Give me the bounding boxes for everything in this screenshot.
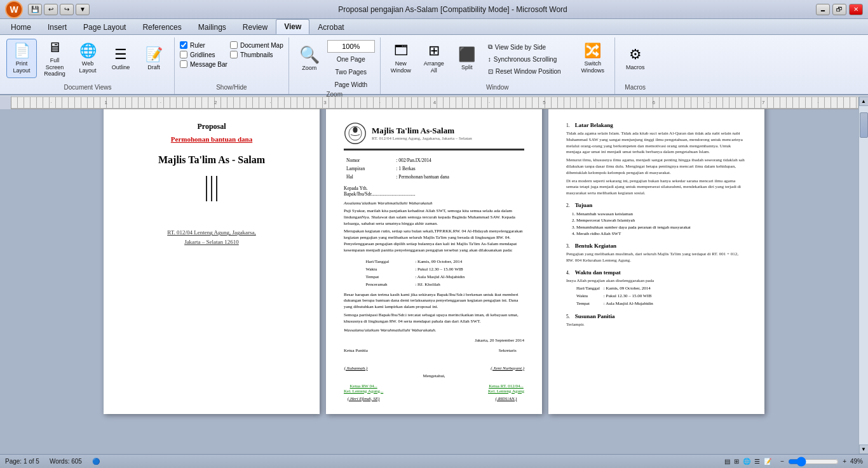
split-label: Split xyxy=(461,64,473,71)
page-width-label: Page Width xyxy=(334,81,367,88)
ruler-checkbox[interactable] xyxy=(180,41,187,49)
zoom-slider[interactable] xyxy=(788,457,839,467)
switch-windows-icon: 🔀 xyxy=(584,43,601,59)
close-btn[interactable]: ✕ xyxy=(849,4,863,15)
gridlines-check[interactable]: Gridlines xyxy=(180,51,227,58)
full-screen-reading-button[interactable]: 🖥 Full ScreenReading xyxy=(39,39,70,78)
tujuan-item1: Menambah wawasan keislaman xyxy=(576,211,747,218)
macros-content: ⚙ Macros xyxy=(620,39,651,84)
ruler-check[interactable]: Ruler xyxy=(180,41,227,49)
ribbon: 📄 Print Layout 🖥 Full ScreenReading 🌐 We… xyxy=(0,35,868,95)
svg-point-1 xyxy=(353,127,357,133)
section-latar-belakang: 1. Latar Belakang Tidak ada agama selain… xyxy=(566,122,747,197)
page-width-button[interactable]: Page Width xyxy=(327,79,375,91)
restore-btn[interactable]: 🗗 xyxy=(832,4,846,15)
zoom-minus[interactable]: − xyxy=(780,458,784,465)
section2-header: 2. Tujuan xyxy=(566,202,747,211)
document-map-checkbox[interactable] xyxy=(230,41,238,49)
section-susunan-panitia: 5. Susunan Panitia Terlampir. xyxy=(566,313,747,328)
split-button[interactable]: ⬛ Split xyxy=(452,39,482,78)
zoom-percent-value: 100% xyxy=(342,43,360,50)
section1-header: 1. Latar Belakang xyxy=(566,122,747,131)
thumbnails-checkbox[interactable] xyxy=(230,51,238,58)
message-bar-check[interactable]: Message Bar xyxy=(180,60,227,68)
macros-label: Macros xyxy=(626,64,645,71)
sync-scroll-icon: ↕ xyxy=(488,56,491,63)
print-layout-button[interactable]: 📄 Print Layout xyxy=(6,39,37,78)
full-read-icon[interactable]: ⊞ xyxy=(734,458,739,465)
letter-to: Kepada Yth. Bapak/Ibu/Sdr...............… xyxy=(344,185,524,197)
customize-btn[interactable]: ▼ xyxy=(76,4,90,15)
outline-view-icon[interactable]: ☰ xyxy=(754,458,760,465)
draft-button[interactable]: 📝 Draft xyxy=(139,39,169,78)
tab-mailings[interactable]: Mailings xyxy=(190,20,234,34)
outline-button[interactable]: ☰ Outline xyxy=(105,39,136,78)
redo-btn[interactable]: ↪ xyxy=(60,4,74,15)
section-waktu-tempat: 4. Waktu dan tempat Insya Allah pengajia… xyxy=(566,269,747,309)
vertical-scrollbar[interactable]: ▲ ▼ xyxy=(858,97,868,454)
zoom-plus[interactable]: + xyxy=(843,458,846,465)
draft-label: Draft xyxy=(147,64,160,71)
scroll-track[interactable] xyxy=(859,106,868,445)
schedule-table-p3: Hari/Tanggal: Kamis, 09 October, 2014 Wa… xyxy=(574,284,656,308)
ribbon-tabs: Home Insert Page Layout References Maili… xyxy=(0,19,868,35)
scroll-up-arrow[interactable]: ▲ xyxy=(859,97,869,106)
status-icon: 🔵 xyxy=(92,458,100,465)
tab-references[interactable]: References xyxy=(134,20,189,34)
web-view-icon[interactable]: 🌐 xyxy=(743,458,750,465)
group-show-hide: Ruler Gridlines Message Bar Document Map… xyxy=(175,37,289,94)
page-3: 1. Latar Belakang Tidak ada agama selain… xyxy=(548,103,764,414)
line2 xyxy=(211,176,212,201)
message-bar-checkbox[interactable] xyxy=(180,60,187,68)
show-hide-label: Show/Hide xyxy=(180,84,283,93)
reset-window-position-button[interactable]: ⊡ Reset Window Position xyxy=(485,65,574,77)
arrange-all-button[interactable]: ⊞ Arrange All xyxy=(419,39,449,78)
document-area: Proposal Permohonan bantuan dana Majlis … xyxy=(0,97,868,454)
tab-page-layout[interactable]: Page Layout xyxy=(75,20,134,34)
draft-view-icon[interactable]: 📝 xyxy=(764,458,771,465)
p1-decorative-lines xyxy=(121,176,302,203)
sig-sekretaris: Sekretaris (.Xeni Nurbayani.) xyxy=(491,348,524,371)
two-pages-button[interactable]: Two Pages xyxy=(327,66,375,78)
show-hide-checks: Ruler Gridlines Message Bar xyxy=(180,41,227,68)
switch-windows-button[interactable]: 🔀 Switch Windows xyxy=(576,39,609,78)
quick-save-btn[interactable]: 💾 xyxy=(28,4,42,15)
tab-insert[interactable]: Insert xyxy=(39,20,75,34)
document-map-check[interactable]: Document Map xyxy=(230,41,283,49)
synchronous-scrolling-button[interactable]: ↕ Synchronous Scrolling xyxy=(485,53,574,65)
schedule-table: Hari/Tanggal: Kamis, 09 October, 2014 Wa… xyxy=(362,257,506,289)
minimize-btn[interactable]: 🗕 xyxy=(816,4,830,15)
scroll-thumb[interactable] xyxy=(860,112,868,138)
window-group-label: Window xyxy=(386,84,609,93)
tab-view[interactable]: View xyxy=(276,19,309,34)
web-layout-button[interactable]: 🌐 Web Layout xyxy=(72,39,103,78)
sig-ketua: Ketua Panitia (.Xubannah.) xyxy=(344,348,368,371)
letter-body1: Puji Syukur, marilah kita panjatkan keha… xyxy=(344,208,524,227)
zoom-percent-status: 49% xyxy=(850,458,863,465)
macros-button[interactable]: ⚙ Macros xyxy=(620,39,651,78)
show-hide-checks2: Document Map Thumbnails xyxy=(230,41,283,58)
gridlines-checkbox[interactable] xyxy=(180,51,187,58)
thumbnails-check[interactable]: Thumbnails xyxy=(230,51,283,58)
page-2: Majlis Ta'lim As-Salam RT. 012/04 Lenten… xyxy=(326,103,542,414)
one-page-button[interactable]: One Page xyxy=(327,53,375,65)
tab-acrobat[interactable]: Acrobat xyxy=(309,20,352,34)
layout-view-icon[interactable]: ▤ xyxy=(724,458,730,465)
office-button[interactable]: W xyxy=(5,1,23,18)
org-logo xyxy=(344,122,367,145)
new-window-button[interactable]: 🗔 New Window xyxy=(386,39,416,78)
zoom-percent-box[interactable]: 100% xyxy=(327,40,375,53)
tab-home[interactable]: Home xyxy=(3,20,39,34)
scroll-down-arrow[interactable]: ▼ xyxy=(859,445,869,454)
sig-ketua-rw: Ketua RW 04... Kel. Lenteng Agung... (.H… xyxy=(344,384,383,401)
view-side-by-side-button[interactable]: ⧉ View Side by Side xyxy=(485,41,574,53)
nama-ketua: (.Xubannah.) xyxy=(344,366,368,371)
p1-address: RT. 012/04 Lenteng Agung, Jagakarsa, Jak… xyxy=(121,228,302,246)
window-content: 🗔 New Window ⊞ Arrange All ⬛ Split ⧉ Vie… xyxy=(386,39,609,84)
zoom-content: 🔍 Zoom 100% One Page Two Pages Page Widt… xyxy=(294,39,375,91)
ruler-area: ·1·2·3·4·5·6·7· xyxy=(0,97,858,109)
split-icon: ⬛ xyxy=(458,46,475,63)
undo-btn[interactable]: ↩ xyxy=(44,4,58,15)
tab-review[interactable]: Review xyxy=(234,20,276,34)
zoom-button[interactable]: 🔍 Zoom xyxy=(294,39,325,78)
